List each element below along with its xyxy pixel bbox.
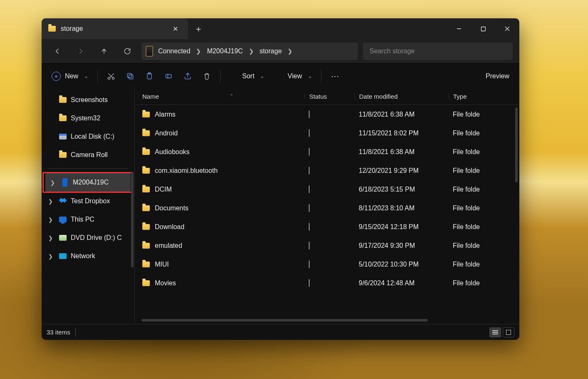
chevron-right-icon: ❯ [287, 48, 293, 55]
folder-icon [142, 112, 150, 117]
cut-button[interactable] [103, 69, 119, 84]
sidebar-tree-item[interactable]: ❯Test Dropbox [43, 192, 133, 210]
close-window-button[interactable] [495, 18, 519, 39]
breadcrumb-item-1: M2004J19C [203, 42, 247, 60]
device-status-icon [309, 260, 310, 268]
folder-icon [142, 262, 150, 267]
copy-button[interactable] [122, 69, 139, 84]
thumbnails-view-toggle[interactable] [503, 327, 514, 337]
file-row[interactable]: Android 11/15/2021 8:02 PM File folde [135, 124, 519, 142]
file-row[interactable]: Movies 9/6/2024 12:48 AM File folde [135, 274, 519, 292]
tab-title: storage [61, 25, 164, 32]
column-type[interactable]: Type [449, 93, 519, 100]
maximize-button[interactable] [471, 18, 495, 39]
file-row[interactable]: DCIM 6/18/2023 5:15 PM File folde [135, 180, 519, 199]
close-tab-button[interactable]: ✕ [169, 25, 181, 33]
sidebar-tree-item[interactable]: ❯This PC [43, 210, 133, 229]
vertical-scrollbar[interactable] [515, 107, 518, 182]
file-name: com.xiaomi.bluetooth [155, 167, 218, 175]
search-placeholder: Search storage [370, 47, 415, 55]
file-type: File folde [449, 111, 519, 118]
device-icon [146, 46, 153, 57]
column-status[interactable]: Status [305, 93, 355, 100]
column-name[interactable]: Name ⌄ [142, 93, 305, 100]
file-explorer-window: storage ✕ ＋ [42, 18, 519, 340]
view-button[interactable]: View ⌄ [271, 70, 316, 83]
sort-button[interactable]: Sort ⌄ [226, 70, 268, 83]
chevron-down-icon: ⌄ [260, 73, 264, 79]
tab-storage[interactable]: storage ✕ [42, 18, 188, 39]
sidebar-quick-item[interactable]: Camera Roll [43, 146, 133, 164]
breadcrumb[interactable]: Connected ❯ M2004J19C ❯ storage ❯ [141, 42, 358, 60]
file-row[interactable]: Alarms 11/8/2021 6:38 AM File folde [135, 105, 519, 124]
forward-button[interactable] [72, 43, 90, 59]
file-type: File folde [449, 242, 519, 249]
folder-icon [59, 97, 67, 103]
navbar: Connected ❯ M2004J19C ❯ storage ❯ Search… [42, 39, 519, 63]
file-row[interactable]: Audiobooks 11/8/2021 6:38 AM File folde [135, 142, 519, 161]
details-view-toggle[interactable] [489, 327, 501, 337]
preview-button[interactable]: Preview [468, 70, 514, 83]
file-row[interactable]: com.xiaomi.bluetooth 12/20/2021 9:29 PM … [135, 161, 519, 180]
file-name: Movies [155, 279, 176, 287]
sidebar-tree-item[interactable]: ❯M2004J19C [45, 173, 131, 192]
file-date: 6/18/2023 5:15 PM [355, 186, 449, 193]
share-button[interactable] [179, 69, 196, 84]
file-row[interactable]: Download 9/15/2024 12:18 PM File folde [135, 217, 519, 236]
paste-button[interactable] [141, 69, 158, 84]
sidebar-quick-item[interactable]: System32 [43, 109, 133, 127]
file-type: File folde [449, 223, 519, 231]
folder-icon [142, 149, 150, 155]
file-date: 11/8/2021 6:38 AM [355, 148, 449, 156]
view-icon [275, 72, 283, 80]
minimize-button[interactable] [447, 18, 471, 39]
expand-icon[interactable]: ❯ [46, 253, 55, 259]
dvd-icon [59, 235, 67, 241]
new-tab-button[interactable]: ＋ [188, 18, 209, 39]
file-type: File folde [449, 167, 519, 175]
device-status-icon [309, 110, 310, 118]
file-name: Audiobooks [155, 148, 190, 156]
expand-icon[interactable]: ❯ [48, 180, 57, 186]
rename-button[interactable] [160, 69, 177, 84]
folder-icon [142, 243, 150, 249]
folder-icon [142, 168, 150, 174]
delete-button[interactable] [198, 69, 215, 84]
expand-icon[interactable]: ❯ [46, 217, 55, 223]
up-button[interactable] [95, 43, 113, 59]
file-row[interactable]: Documents 8/11/2023 8:10 AM File folde [135, 199, 519, 217]
file-date: 5/10/2022 10:30 PM [355, 261, 449, 268]
horizontal-scrollbar[interactable] [141, 319, 428, 322]
search-input[interactable]: Search storage [363, 42, 513, 60]
sidebar-quick-item[interactable]: Screenshots [43, 91, 133, 109]
pc-icon [59, 217, 67, 222]
more-button[interactable]: ⋯ [327, 69, 343, 84]
device-status-icon [309, 223, 310, 231]
folder-icon [142, 205, 150, 211]
svg-rect-11 [473, 73, 481, 80]
refresh-button[interactable] [118, 43, 136, 59]
expand-icon[interactable]: ❯ [46, 198, 55, 204]
sidebar-tree-item[interactable]: ❯Network [43, 247, 133, 265]
file-type: File folde [449, 148, 519, 156]
sort-icon [230, 72, 238, 80]
folder-icon [48, 26, 56, 32]
file-name: Alarms [155, 111, 176, 118]
device-status-icon [309, 167, 310, 175]
back-button[interactable] [48, 43, 67, 59]
file-row[interactable]: MIUI 5/10/2022 10:30 PM File folde [135, 255, 519, 274]
file-date: 9/6/2024 12:48 AM [355, 279, 449, 287]
sidebar-quick-item[interactable]: Local Disk (C:) [43, 127, 133, 146]
column-date[interactable]: Date modified [355, 93, 449, 100]
preview-icon [472, 72, 481, 80]
plus-circle-icon: + [52, 72, 61, 81]
file-row[interactable]: emulated 9/17/2024 9:30 PM File folde [135, 236, 519, 255]
chevron-down-icon: ⌄ [84, 73, 88, 79]
device-status-icon [309, 279, 310, 287]
expand-icon[interactable]: ❯ [46, 235, 55, 241]
statusbar: 33 items [42, 324, 519, 340]
chevron-right-icon: ❯ [195, 48, 202, 55]
new-button[interactable]: + New ⌄ [47, 69, 92, 83]
sidebar-tree-item[interactable]: ❯DVD Drive (D:) C [43, 229, 133, 247]
sidebar-scrollbar[interactable] [131, 172, 134, 267]
